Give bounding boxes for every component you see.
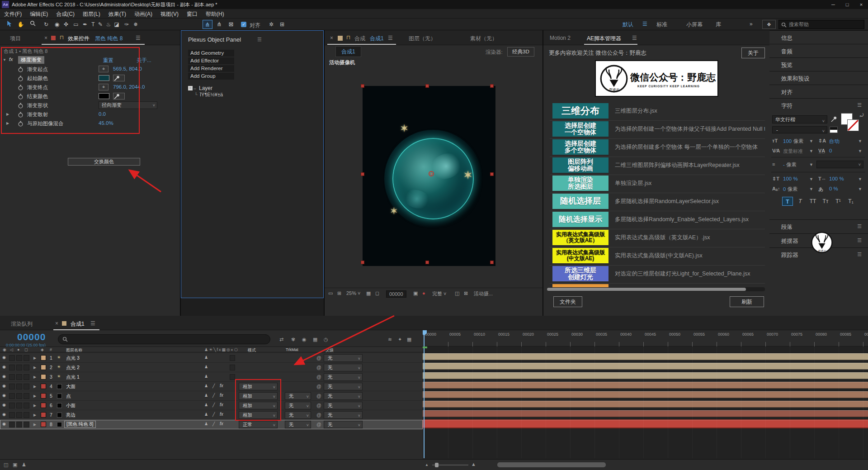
brainstorm-icon[interactable]: ✦	[398, 337, 402, 342]
tab-timeline-comp[interactable]: 合成1	[71, 320, 85, 328]
layer-visibility-icon[interactable]: ◉	[2, 412, 6, 417]
layer-visibility-icon[interactable]: ◉	[2, 374, 6, 379]
layer-name[interactable]: 小面	[66, 403, 75, 409]
dropdown-caret-icon[interactable]: ▼	[858, 149, 862, 153]
current-frame-field[interactable]: 00000	[386, 290, 406, 298]
layer-trkmat-select[interactable]: 无˅	[285, 402, 311, 409]
layer-visibility-icon[interactable]: ◉	[2, 355, 6, 360]
layer-visibility-icon[interactable]: ◉	[2, 384, 6, 388]
layer-label-swatch[interactable]	[41, 422, 46, 427]
workspace-menu-icon[interactable]: ☰	[642, 21, 647, 27]
motion-blur-box[interactable]	[230, 374, 235, 380]
refresh-button[interactable]: 刷新	[730, 296, 764, 307]
world-axis-mode-icon[interactable]: ⋔	[214, 20, 224, 29]
layer-row-4[interactable]: ◉▶4大面♟╱fx相加˅@无˅	[0, 382, 423, 391]
layer-duration-bar[interactable]	[423, 410, 868, 417]
expander-icon[interactable]: ▶	[6, 112, 9, 116]
panel-header-2[interactable]: 预览	[769, 57, 868, 71]
shy-switch-icon[interactable]: ♟	[204, 374, 208, 379]
dropdown-caret-icon[interactable]: ▼	[809, 139, 813, 143]
tree-collapse-icon[interactable]: −	[188, 86, 193, 90]
workspace-settings-icon[interactable]: ❖	[762, 20, 776, 29]
layer-parent-select[interactable]: 无˅	[324, 354, 363, 362]
magnification-icon[interactable]: ▭	[328, 290, 333, 296]
layer-visibility-icon[interactable]: ◉	[2, 422, 6, 426]
layer-switch-box[interactable]	[9, 422, 15, 427]
layer-switch-box[interactable]	[24, 355, 29, 361]
layer-row-3[interactable]: ◉▶3☀点光 1♟@无˅	[0, 372, 423, 382]
layer-mode-select[interactable]: 相加˅	[239, 383, 278, 390]
composition-mini-flowchart-icon[interactable]: ⇄	[279, 337, 283, 342]
selection-handle[interactable]	[361, 84, 364, 88]
layer-duration-bar[interactable]	[423, 420, 868, 428]
toggle-icon[interactable]: ♟	[22, 462, 26, 468]
pen-tool-icon[interactable]: ✒	[80, 20, 90, 28]
reset-link[interactable]: 重置	[103, 57, 113, 64]
tab-composition-name[interactable]: 合成1	[370, 35, 384, 43]
selection-handle[interactable]	[490, 84, 494, 88]
layer-name[interactable]: 点光 3	[66, 355, 80, 361]
script-button-1[interactable]: 选择层创建一个空物体	[552, 121, 609, 137]
layer-visibility-icon[interactable]: ◉	[2, 393, 6, 398]
tsume-value[interactable]: 0 %	[829, 186, 838, 191]
selection-handle[interactable]	[361, 261, 364, 264]
quality-switch-icon[interactable]: ╱	[212, 393, 215, 398]
layer-trkmat-select[interactable]: 无˅	[285, 392, 311, 400]
local-axis-mode-icon[interactable]: ⋔	[203, 20, 212, 29]
motion-blur-icon[interactable]: ◷	[324, 337, 328, 342]
point-picker-button[interactable]: ⌖	[99, 84, 108, 90]
timeline-search-field[interactable]	[58, 334, 270, 344]
ruler-icon[interactable]: ⊞	[337, 290, 341, 296]
eyedropper-icon[interactable]	[113, 75, 125, 81]
comp-marker-icon[interactable]: ▦	[407, 337, 411, 342]
layer-switch-box[interactable]	[24, 393, 29, 399]
layer-switch-box[interactable]	[9, 384, 15, 389]
parent-pickwhip-icon[interactable]: @	[316, 355, 321, 361]
graph-editor-icon[interactable]: ≋	[388, 337, 392, 342]
layer-parent-select[interactable]: 无˅	[324, 383, 363, 390]
shy-switch-icon[interactable]: ♟	[204, 365, 208, 369]
dropdown-caret-icon[interactable]: ▼	[809, 177, 813, 181]
faux-style-4[interactable]: T¹	[833, 197, 844, 206]
stroke-width-value[interactable]: - 像素	[783, 161, 797, 168]
panel-header-0[interactable]: 信息	[769, 30, 868, 44]
script-button-6[interactable]: 随机选择显示	[552, 212, 609, 227]
close-tab-icon[interactable]: ×	[44, 35, 47, 41]
panel-header-1[interactable]: 音频	[769, 44, 868, 57]
fx-badge-icon[interactable]: fx	[9, 57, 13, 62]
lock-icon[interactable]: ⊓	[60, 34, 64, 41]
selection-handle[interactable]	[490, 172, 494, 176]
layer-row-8[interactable]: ◉▶8[黑色 纯色 8]♟╱fx正常˅无˅@无˅	[0, 420, 423, 429]
layer-switch-box[interactable]	[9, 365, 15, 370]
current-frame-display[interactable]: 00000	[17, 332, 46, 342]
layer-mode-select[interactable]: 相加˅	[239, 411, 278, 419]
shy-switch-icon[interactable]: ♟	[204, 422, 208, 426]
script-button-3[interactable]: 图层阵列偏移动画	[552, 157, 609, 173]
motion-blur-box[interactable]	[230, 355, 235, 361]
mode-column-header[interactable]: 模式	[248, 347, 256, 353]
quality-switch-icon[interactable]: ╱	[212, 422, 215, 426]
param-value[interactable]: 45.0%	[99, 120, 113, 126]
layer-mode-select[interactable]: 正常˅	[239, 421, 278, 428]
layer-duration-bar[interactable]	[423, 363, 868, 370]
baseline-shift-value[interactable]: 0 像素	[783, 186, 798, 193]
swap-fill-stroke-icon[interactable]: ⤾	[860, 113, 863, 118]
about-link[interactable]: 关于...	[137, 57, 151, 64]
layer-label-swatch[interactable]	[41, 374, 46, 380]
param-value[interactable]: 0.0	[99, 111, 106, 117]
plexus-add-group-button[interactable]: Add Group	[188, 73, 234, 80]
resolution-select[interactable]: 完整 ˅	[432, 290, 446, 297]
plexus-add-geometry-button[interactable]: Add Geometry	[188, 50, 234, 57]
layer-expander-icon[interactable]: ▶	[33, 394, 36, 398]
panel-menu-icon[interactable]: ☰	[857, 102, 862, 108]
layer-label-swatch[interactable]	[41, 365, 46, 370]
shy-switch-icon[interactable]: ♟	[204, 403, 208, 407]
motion-path-icon[interactable]: ✲	[267, 20, 276, 28]
layer-row-6[interactable]: ◉▶6小面♟╱fx相加˅无˅@无˅	[0, 401, 423, 410]
layer-duration-bar[interactable]	[423, 353, 868, 360]
parent-column-header[interactable]: 父级	[326, 347, 334, 353]
param-dropdown[interactable]: 径向渐变˅	[99, 101, 157, 109]
toggle-icon[interactable]: ▣	[13, 462, 17, 468]
grid-snap-icon[interactable]: ⊞	[278, 20, 287, 28]
script-button-7[interactable]: 实用表达式集高级版（英文版AE）	[552, 230, 609, 245]
